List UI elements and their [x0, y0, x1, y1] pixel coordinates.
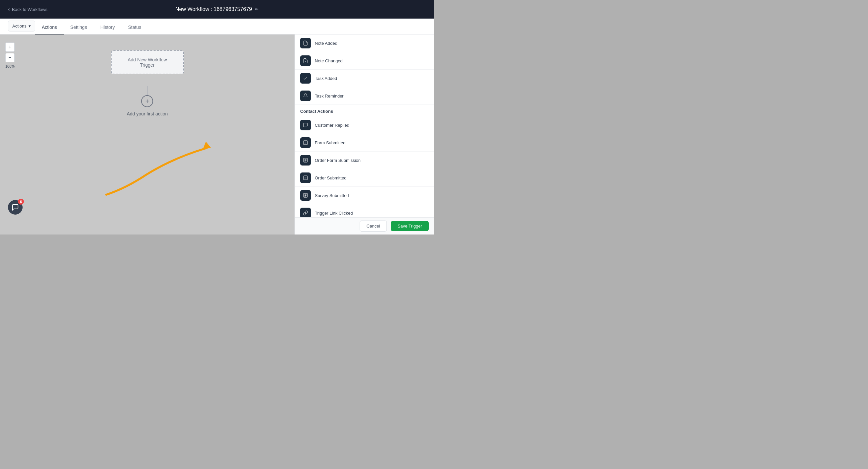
header: Back to Workflows New Workflow : 1687963… [0, 0, 434, 19]
tab-actions[interactable]: Actions [35, 21, 64, 34]
trigger-item-task-reminder[interactable]: Task Reminder [295, 87, 434, 105]
trigger-item-order-form-submission[interactable]: Order Form Submission [295, 152, 434, 169]
arrow-annotation [100, 122, 226, 201]
trigger-item-task-added[interactable]: Task Added [295, 70, 434, 87]
zoom-out-button[interactable]: − [5, 53, 14, 62]
trigger-item-customer-replied[interactable]: Customer Replied [295, 116, 434, 134]
save-trigger-button[interactable]: Save Trigger [391, 221, 429, 231]
svg-marker-0 [203, 142, 211, 150]
order-form-icon [300, 155, 311, 166]
trigger-item-order-submitted[interactable]: Order Submitted [295, 169, 434, 187]
svg-rect-10 [304, 176, 308, 180]
link-clicked-icon [300, 208, 311, 218]
edit-icon[interactable]: ✏ [255, 7, 259, 12]
trigger-label-task-added: Task Added [315, 76, 337, 81]
chat-icon [11, 204, 19, 211]
chevron-down-icon: ▾ [29, 24, 31, 29]
trigger-item-note-changed[interactable]: Note Changed [295, 52, 434, 70]
scrollable-panel[interactable]: Note Added Note Changed Task Added [295, 34, 434, 234]
bell-icon [300, 91, 311, 101]
task-added-icon [300, 73, 311, 83]
footer: Cancel Save Trigger [295, 217, 434, 234]
chat-widget[interactable]: 6 [8, 200, 23, 214]
actions-dropdown-label: Actions [12, 24, 27, 29]
trigger-label-survey-submitted: Survey Submitted [315, 193, 349, 198]
tab-settings[interactable]: Settings [64, 21, 94, 34]
tab-bar: Actions ▾ Actions Settings History Statu… [0, 19, 434, 34]
connector-line [147, 86, 148, 95]
survey-submitted-icon [300, 190, 311, 201]
trigger-label-customer-replied: Customer Replied [315, 123, 349, 128]
order-submitted-icon [300, 172, 311, 183]
zoom-in-button[interactable]: + [5, 42, 14, 52]
note-icon [300, 38, 311, 48]
right-panel: Note Added Note Changed Task Added [294, 34, 434, 234]
trigger-label-order-submitted: Order Submitted [315, 175, 346, 180]
customer-replied-icon [300, 120, 311, 130]
add-trigger-box[interactable]: Add New WorkflowTrigger [111, 51, 184, 74]
trigger-label-trigger-link-clicked: Trigger Link Clicked [315, 211, 353, 215]
add-action-label: Add your first action [127, 111, 168, 116]
trigger-label-form-submitted: Form Submitted [315, 140, 345, 145]
canvas-area: + − 100% Add New WorkflowTrigger + Add y… [0, 34, 294, 234]
svg-rect-2 [304, 141, 308, 145]
add-action-button[interactable]: + [141, 95, 153, 107]
add-action-area: + Add your first action [127, 86, 168, 116]
trigger-item-form-submitted[interactable]: Form Submitted [295, 134, 434, 152]
trigger-label-note-added: Note Added [315, 41, 337, 46]
trigger-item-note-added[interactable]: Note Added [295, 34, 434, 52]
cancel-button[interactable]: Cancel [360, 221, 387, 232]
section-header-contact-actions: Contact Actions [295, 105, 434, 116]
workflow-title: New Workflow : 1687963757679 ✏ [175, 6, 259, 12]
trigger-label-note-changed: Note Changed [315, 58, 343, 63]
back-button[interactable]: Back to Workflows [8, 6, 48, 13]
zoom-controls: + − 100% [5, 42, 14, 68]
svg-rect-14 [304, 193, 308, 197]
zoom-level: 100% [5, 64, 14, 68]
note-changed-icon [300, 56, 311, 66]
right-panel-wrapper: Note Added Note Changed Task Added [295, 34, 434, 234]
chat-badge: 6 [18, 199, 24, 205]
trigger-item-survey-submitted[interactable]: Survey Submitted [295, 187, 434, 204]
actions-dropdown[interactable]: Actions ▾ [8, 21, 35, 32]
trigger-label-order-form-submission: Order Form Submission [315, 158, 361, 163]
tab-history[interactable]: History [94, 21, 122, 34]
back-label: Back to Workflows [12, 7, 48, 12]
tab-status[interactable]: Status [122, 21, 148, 34]
svg-rect-6 [304, 158, 308, 162]
main-layout: + − 100% Add New WorkflowTrigger + Add y… [0, 34, 434, 234]
form-submitted-icon [300, 137, 311, 148]
trigger-label: Add New WorkflowTrigger [127, 57, 167, 68]
trigger-label-task-reminder: Task Reminder [315, 94, 344, 99]
